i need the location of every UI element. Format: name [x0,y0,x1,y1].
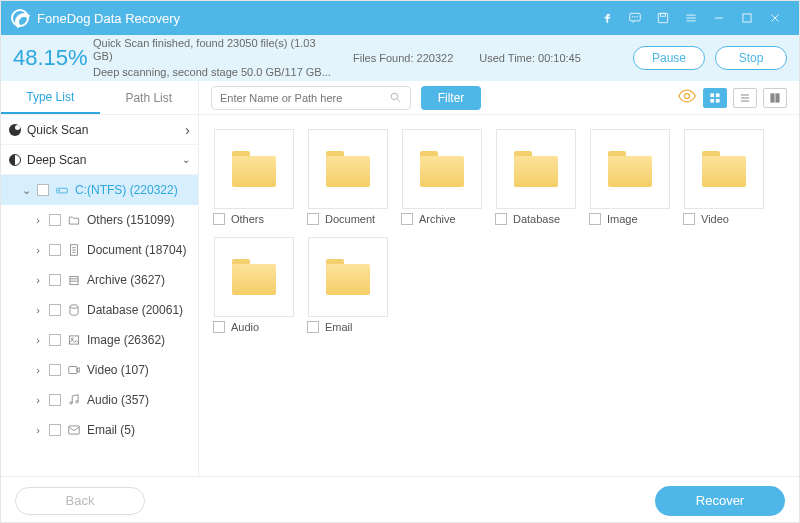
view-grid-button[interactable] [703,88,727,108]
toolbar: Filter [199,81,799,115]
folder-icon [514,151,558,187]
checkbox[interactable] [49,394,61,406]
tree-label: Email (5) [87,423,135,437]
recover-button[interactable]: Recover [655,486,785,516]
folder-thumb [684,129,764,209]
checkbox[interactable] [307,213,319,225]
svg-rect-34 [711,99,715,103]
checkbox[interactable] [37,184,49,196]
checkbox[interactable] [49,214,61,226]
card-label: Image [607,213,671,225]
facebook-icon[interactable] [593,1,621,35]
search-box[interactable] [211,86,411,110]
close-icon[interactable] [761,1,789,35]
maximize-icon[interactable] [733,1,761,35]
tree-item[interactable]: ›Archive (3627) [1,265,198,295]
folder-card[interactable]: Video [683,129,765,225]
checkbox[interactable] [307,321,319,333]
folder-thumb [308,237,388,317]
svg-rect-35 [716,99,720,103]
sidebar: Type List Path List Quick Scan › Deep Sc… [1,81,199,476]
folder-card[interactable]: Others [213,129,295,225]
chevron-right-icon: › [185,121,190,138]
type-icon [67,303,81,317]
minimize-icon[interactable] [705,1,733,35]
tree-item[interactable]: ›Video (107) [1,355,198,385]
tree-label: Database (20061) [87,303,183,317]
search-icon [389,91,402,104]
tree-item[interactable]: ›Others (151099) [1,205,198,235]
folder-card[interactable]: Document [307,129,389,225]
folder-thumb [308,129,388,209]
dot-half-icon [9,154,21,166]
type-icon [67,243,81,257]
search-input[interactable] [220,92,383,104]
svg-point-31 [685,93,690,98]
folder-card[interactable]: Image [589,129,671,225]
folder-card[interactable]: Audio [213,237,295,333]
app-title: FoneDog Data Recovery [37,11,180,26]
checkbox[interactable] [213,321,225,333]
svg-point-3 [637,17,638,18]
checkbox[interactable] [49,274,61,286]
tree-quick-scan[interactable]: Quick Scan › [1,115,198,145]
tree-label: Audio (357) [87,393,149,407]
checkbox[interactable] [401,213,413,225]
stop-button[interactable]: Stop [715,46,787,70]
feedback-icon[interactable] [621,1,649,35]
tree-label: Image (26362) [87,333,165,347]
checkbox[interactable] [495,213,507,225]
checkbox[interactable] [49,304,61,316]
folder-icon [232,151,276,187]
back-button[interactable]: Back [15,487,145,515]
folder-card[interactable]: Email [307,237,389,333]
folder-card[interactable]: Database [495,129,577,225]
checkbox[interactable] [589,213,601,225]
card-label: Archive [419,213,483,225]
svg-rect-4 [658,13,667,22]
card-label: Email [325,321,389,333]
chevron-right-icon: › [33,364,43,376]
tree-item[interactable]: ›Email (5) [1,415,198,445]
app-logo-icon [11,9,29,27]
footer: Back Recover [1,476,799,523]
checkbox[interactable] [213,213,225,225]
save-icon[interactable] [649,1,677,35]
folder-icon [608,151,652,187]
svg-rect-5 [661,13,666,16]
svg-rect-40 [776,93,780,102]
filter-button[interactable]: Filter [421,86,481,110]
view-detail-button[interactable] [763,88,787,108]
chevron-right-icon: › [33,424,43,436]
checkbox[interactable] [49,364,61,376]
tree-drive[interactable]: ⌄ C:(NTFS) (220322) [1,175,198,205]
tab-path-list[interactable]: Path List [100,81,199,114]
tree-item[interactable]: ›Image (26362) [1,325,198,355]
chevron-down-icon: ⌄ [21,184,31,197]
checkbox[interactable] [49,424,61,436]
checkbox[interactable] [683,213,695,225]
menu-icon[interactable] [677,1,705,35]
svg-rect-10 [743,14,751,22]
tree-item[interactable]: ›Database (20061) [1,295,198,325]
type-icon [67,213,81,227]
svg-rect-28 [69,426,80,434]
tree-item[interactable]: ›Document (18704) [1,235,198,265]
tree-item[interactable]: ›Audio (357) [1,385,198,415]
svg-point-2 [635,17,636,18]
main-panel: Filter OthersDocumentArchiveDatabaseImag… [199,81,799,476]
progress-percent: 48.15% [13,45,73,71]
checkbox[interactable] [49,334,61,346]
preview-icon[interactable] [677,86,697,110]
type-icon [67,393,81,407]
chevron-right-icon: › [33,274,43,286]
folder-card[interactable]: Archive [401,129,483,225]
tree-deep-scan[interactable]: Deep Scan ⌄ [1,145,198,175]
tab-type-list[interactable]: Type List [1,81,100,114]
checkbox[interactable] [49,244,61,256]
pause-button[interactable]: Pause [633,46,705,70]
used-time: Used Time: 00:10:45 [479,52,581,64]
view-list-button[interactable] [733,88,757,108]
progress-bar: 48.15% Quick Scan finished, found 23050 … [1,35,799,81]
svg-rect-39 [771,93,775,102]
